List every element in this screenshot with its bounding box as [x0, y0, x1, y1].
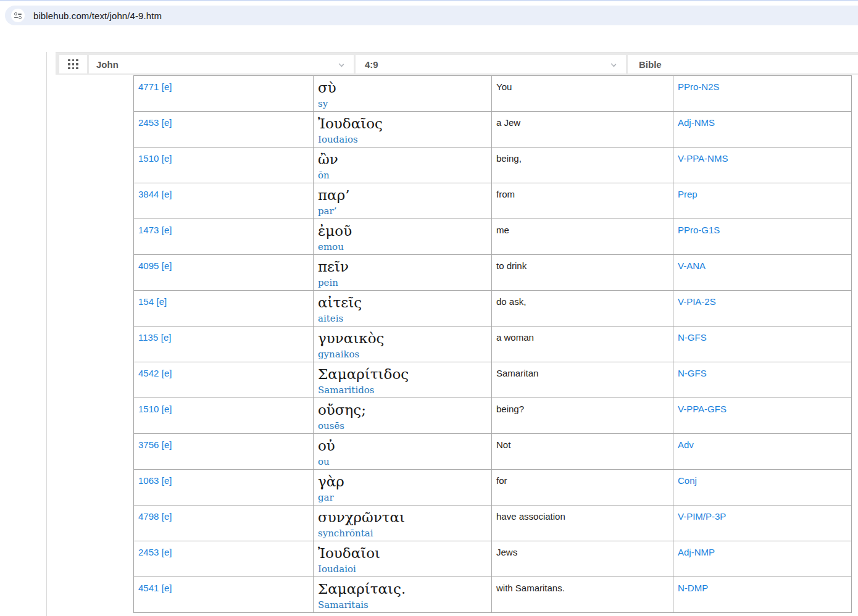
transliteration-link[interactable]: Ioudaioi [318, 564, 356, 575]
strongs-number-link[interactable]: 2453 [138, 117, 159, 128]
strongs-e-link[interactable]: [e] [162, 583, 172, 593]
greek-word: Ἰουδαῖοι [318, 544, 488, 562]
strongs-number-link[interactable]: 1135 [138, 332, 158, 343]
strongs-number-link[interactable]: 4095 [138, 260, 159, 271]
parsing-code-link[interactable]: V-PPA-GFS [678, 404, 727, 414]
strongs-e-link[interactable]: [e] [162, 511, 172, 522]
table-row: 1510 [e] οὔσης; ousēs being? V-PPA-GFS [134, 398, 852, 434]
parsing-code-link[interactable]: PPro-G1S [678, 225, 720, 235]
transliteration-link[interactable]: ōn [318, 170, 330, 181]
table-row: 4771 [e] σὺ sy You PPro-N2S [134, 76, 852, 112]
strongs-e-link[interactable]: [e] [162, 475, 172, 486]
transliteration-link[interactable]: ousēs [318, 420, 344, 431]
transliteration-link[interactable]: par’ [318, 206, 336, 217]
transliteration-link[interactable]: gynaikos [318, 349, 359, 360]
parsing-code-link[interactable]: V-PIM/P-3P [678, 511, 726, 522]
parsing-code-link[interactable]: PPro-N2S [678, 81, 720, 92]
english-gloss: for [496, 475, 507, 486]
parsing-code-link[interactable]: N-GFS [678, 332, 707, 343]
strongs-e-link[interactable]: [e] [162, 153, 172, 164]
transliteration-link[interactable]: Samaritais [318, 599, 369, 610]
strongs-e-link[interactable]: [e] [162, 189, 172, 199]
english-cell: Samaritan [492, 362, 673, 398]
strongs-e-link[interactable]: [e] [162, 368, 172, 378]
greek-word: γυναικὸς [318, 330, 488, 347]
transliteration-link[interactable]: emou [318, 241, 344, 252]
transliteration-link[interactable]: ou [318, 456, 330, 467]
strongs-number-link[interactable]: 1473 [138, 225, 159, 235]
parsing-code-link[interactable]: Conj [678, 475, 697, 486]
greek-cell: αἰτεῖς aiteis [314, 291, 492, 327]
parsing-code-link[interactable]: Adj-NMS [678, 117, 715, 128]
greek-word: Σαμαρίταις. [318, 580, 488, 597]
window-top-edge [0, 0, 858, 1]
strongs-number-link[interactable]: 154 [138, 296, 154, 307]
english-gloss: have association [496, 511, 565, 522]
table-row: 4095 [e] πεῖν pein to drink V-ANA [134, 255, 852, 291]
transliteration-link[interactable]: aiteis [318, 313, 343, 324]
parsing-cell: Adj-NMS [673, 112, 852, 148]
book-select[interactable]: John [89, 55, 354, 73]
strongs-e-link[interactable]: [e] [162, 225, 172, 235]
transliteration-link[interactable]: sy [318, 98, 328, 109]
strongs-e-link[interactable]: [e] [162, 81, 172, 92]
parsing-code-link[interactable]: Adj-NMP [678, 547, 715, 557]
strongs-e-link[interactable]: [e] [162, 547, 172, 557]
interlinear-table: 4771 [e] σὺ sy You PPro-N2S 2453 [e] Ἰου… [133, 75, 852, 613]
strongs-number-link[interactable]: 4541 [138, 583, 159, 593]
parsing-code-link[interactable]: V-PIA-2S [678, 296, 716, 307]
strongs-e-link[interactable]: [e] [161, 332, 172, 343]
greek-cell: πεῖν pein [314, 255, 492, 291]
greek-word: Ἰουδαῖος [318, 115, 488, 132]
version-select[interactable]: Bible [628, 55, 858, 73]
strongs-number-link[interactable]: 3844 [138, 189, 159, 199]
transliteration-link[interactable]: pein [318, 277, 338, 288]
parsing-code-link[interactable]: Adv [678, 439, 694, 450]
greek-word: παρ’ [318, 186, 488, 204]
parsing-code-link[interactable]: V-ANA [678, 260, 706, 271]
greek-word: συνχρῶνται [318, 509, 488, 526]
parsing-code-link[interactable]: Prep [678, 189, 698, 199]
parsing-code-link[interactable]: N-DMP [678, 583, 708, 593]
url-text[interactable]: biblehub.com/text/john/4-9.htm [33, 10, 162, 21]
strongs-cell: 2453 [e] [134, 541, 314, 577]
english-gloss: You [496, 81, 512, 92]
greek-word: οὔσης; [318, 401, 488, 418]
english-cell: You [492, 76, 673, 112]
chapter-verse-select[interactable]: 4:9 [356, 55, 626, 73]
english-cell: to drink [492, 255, 673, 291]
strongs-e-link[interactable]: [e] [162, 404, 172, 414]
greek-cell: Σαμαρίτιδος Samaritidos [314, 362, 492, 398]
parsing-code-link[interactable]: N-GFS [678, 368, 707, 378]
greek-cell: Σαμαρίταις. Samaritais [314, 577, 492, 613]
strongs-e-link[interactable]: [e] [162, 439, 172, 450]
strongs-cell: 1135 [e] [134, 327, 314, 362]
greek-cell: ἐμοῦ emou [314, 219, 492, 255]
strongs-e-link[interactable]: [e] [162, 117, 172, 128]
apps-grid-button[interactable] [59, 55, 87, 73]
table-row: 4542 [e] Σαμαρίτιδος Samaritidos Samarit… [134, 362, 852, 398]
transliteration-link[interactable]: gar [318, 492, 334, 503]
parsing-cell: Prep [673, 183, 852, 219]
strongs-number-link[interactable]: 2453 [138, 547, 159, 557]
strongs-e-link[interactable]: [e] [156, 296, 167, 307]
parsing-code-link[interactable]: V-PPA-NMS [678, 153, 728, 164]
strongs-number-link[interactable]: 4798 [138, 511, 159, 522]
strongs-cell: 4541 [e] [134, 577, 314, 613]
site-settings-button[interactable] [11, 9, 25, 22]
strongs-number-link[interactable]: 1510 [138, 153, 159, 164]
strongs-number-link[interactable]: 1510 [138, 404, 159, 414]
strongs-number-link[interactable]: 4542 [138, 368, 159, 378]
transliteration-link[interactable]: Samaritidos [318, 385, 375, 396]
strongs-cell: 3844 [e] [134, 183, 314, 219]
address-bar[interactable]: biblehub.com/text/john/4-9.htm [5, 6, 858, 25]
english-cell: Not [492, 434, 673, 470]
strongs-number-link[interactable]: 3756 [138, 439, 159, 450]
transliteration-link[interactable]: Ioudaios [318, 134, 358, 145]
interlinear-table-body: 4771 [e] σὺ sy You PPro-N2S 2453 [e] Ἰου… [134, 76, 852, 613]
strongs-number-link[interactable]: 4771 [138, 81, 159, 92]
table-row: 4541 [e] Σαμαρίταις. Samaritais with Sam… [134, 577, 852, 613]
strongs-e-link[interactable]: [e] [162, 260, 172, 271]
strongs-number-link[interactable]: 1063 [138, 475, 159, 486]
transliteration-link[interactable]: synchrōntai [318, 528, 373, 539]
